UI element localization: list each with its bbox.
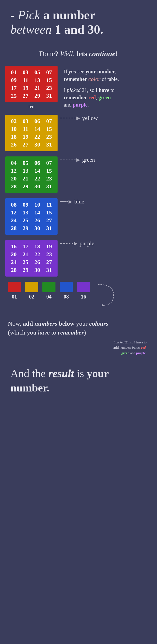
green-table-section: 04050607 12131415 20212223 28293031 ▶ gr… [5, 156, 152, 193]
blue-arrow: ▶ blue [58, 198, 84, 205]
result-section: And the result is yournumber. [5, 361, 152, 405]
red-table-wrapper: 01030507 09111315 17192123 25272931 red [5, 66, 58, 109]
red-table: 01030507 09111315 17192123 25272931 [5, 66, 58, 102]
swatch-numbers-row: 01 02 04 08 16 [5, 292, 93, 300]
swatch-blue [60, 282, 73, 292]
purple-table: 16171819 20212223 24252627 28293031 [5, 240, 58, 277]
blue-label: blue [74, 198, 84, 205]
green-table: 04050607 12131415 20212223 28293031 [5, 156, 58, 193]
red-description: If you see your number,remember color of… [58, 66, 152, 108]
swatch-num-01: 01 [8, 294, 21, 300]
swatch-num-16: 16 [77, 294, 90, 300]
swatch-purple [77, 282, 90, 292]
swatch-num-04: 04 [42, 294, 55, 300]
yellow-table-section: 02030607 10111415 18192223 26273031 ▶ ye… [5, 115, 152, 151]
swatches-with-arrow: 01 02 04 08 16 [5, 282, 152, 309]
add-instruction: Now, add numbers below your colours (whi… [5, 314, 152, 339]
swatch-num-02: 02 [25, 294, 38, 300]
main-title: - Pick a number between 1 and 30. [10, 8, 147, 37]
yellow-arrow: ▶ yellow [58, 115, 98, 121]
swatches-row [5, 282, 93, 292]
yellow-table: 02030607 10111415 18192223 26273031 [5, 115, 58, 151]
swatch-yellow [25, 282, 38, 292]
swatch-red [8, 282, 21, 292]
red-label: red [5, 104, 58, 109]
purple-arrow: ▶ purple [58, 240, 94, 247]
swatches-section: 01 02 04 08 16 [5, 282, 152, 309]
green-label: green [82, 156, 95, 163]
add-example-note: I picked 21, so I have to add numbers be… [5, 340, 152, 361]
swatch-num-08: 08 [60, 294, 73, 300]
curved-arrow-svg [95, 282, 116, 308]
curved-arrow-container [95, 282, 116, 309]
swatch-green [42, 282, 55, 292]
red-table-section: 01030507 09111315 17192123 25272931 red … [5, 66, 152, 109]
main-content: 01030507 09111315 17192123 25272931 red … [0, 63, 157, 408]
purple-table-section: 16171819 20212223 24252627 28293031 ▶ pu… [5, 240, 152, 277]
blue-table: 08091011 12131415 24252627 28293031 [5, 198, 58, 235]
swatches-left: 01 02 04 08 16 [5, 282, 93, 300]
red-example-note: I picked 21, so I have to remember red, … [64, 86, 152, 108]
done-text: Done? Well, lets continue! [0, 42, 157, 63]
red-table-row: 01030507 09111315 17192123 25272931 red … [5, 66, 152, 109]
yellow-label: yellow [82, 115, 98, 121]
green-arrow: ▶ green [58, 156, 95, 163]
header-section: - Pick a number between 1 and 30. [0, 0, 157, 42]
blue-table-section: 08091011 12131415 24252627 28293031 ▶ bl… [5, 198, 152, 235]
svg-marker-0 [102, 304, 104, 307]
purple-label: purple [80, 240, 94, 247]
